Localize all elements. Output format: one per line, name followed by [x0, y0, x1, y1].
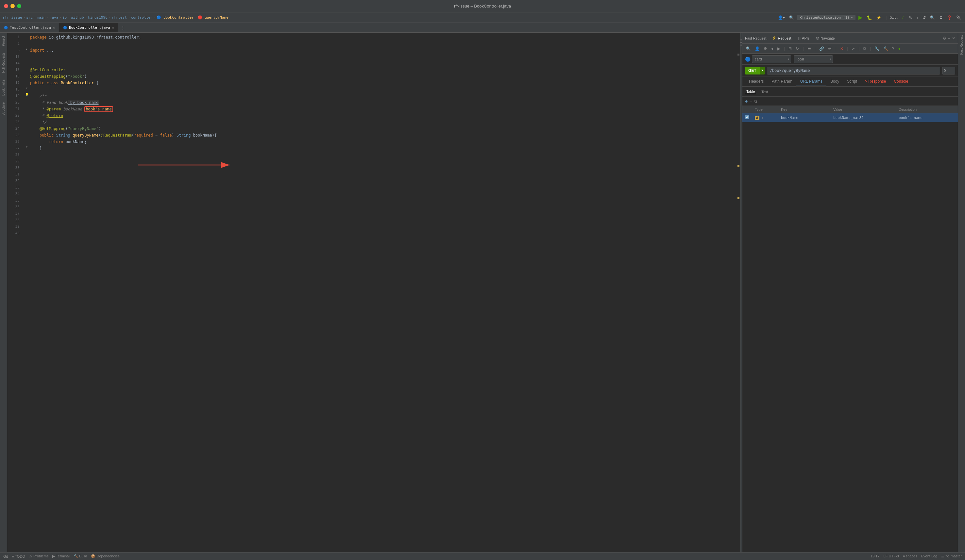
row-checkbox[interactable]: [745, 115, 749, 119]
window-controls[interactable]: [4, 4, 21, 8]
sidebar-structure[interactable]: Structure: [1, 99, 6, 119]
method-dropdown-btn[interactable]: ▾: [760, 67, 765, 75]
fr-layers-icon[interactable]: ⧉: [862, 46, 867, 51]
fr-search-icon[interactable]: 🔍: [745, 46, 752, 51]
param-tab-body[interactable]: Body: [826, 77, 843, 86]
breadcrumb-bookcontroller[interactable]: 🔵 BookController: [157, 15, 193, 20]
param-tab-response[interactable]: > Response: [861, 77, 890, 86]
sidebar-project[interactable]: Project: [1, 33, 6, 49]
fr-share-icon[interactable]: ↗: [851, 46, 856, 51]
fr-tab-apis[interactable]: ||| APIs: [796, 36, 811, 41]
breadcrumb-querybyname[interactable]: 🔴 queryByName: [198, 15, 228, 20]
param-tab-path[interactable]: Path Param: [767, 77, 796, 86]
status-todo[interactable]: ≡ TODO: [12, 554, 25, 558]
param-tab-script[interactable]: Script: [843, 77, 861, 86]
sidebar-bookmarks[interactable]: Bookmarks: [1, 76, 6, 99]
breadcrumb-kings1990[interactable]: kings1990: [88, 15, 108, 20]
tab-bookcontroller[interactable]: 🔵 BookController.java ✕: [59, 23, 118, 33]
param-tab-url[interactable]: URL Params: [797, 77, 826, 86]
breadcrumb-io[interactable]: io: [62, 15, 67, 20]
status-eventlog[interactable]: Event Log: [921, 554, 937, 558]
minimize-button[interactable]: [10, 4, 15, 8]
status-dependencies[interactable]: 📦 Dependencies: [91, 554, 119, 558]
git-arrow-up-btn[interactable]: ↑: [915, 15, 919, 21]
fr-tab-request[interactable]: ⚡ Request: [770, 35, 793, 41]
breadcrumb-main[interactable]: main: [37, 15, 46, 20]
debug-btn[interactable]: 🐛: [865, 15, 873, 21]
fast-request-panel: Fast Request: ⚡ Request ||| APIs ◎ Navig…: [742, 33, 958, 552]
fr-green-icon[interactable]: ●: [897, 46, 901, 51]
run-btn[interactable]: ▶: [857, 14, 864, 21]
fr-tool2-icon[interactable]: 🔨: [882, 46, 889, 51]
help-btn[interactable]: ❓: [946, 15, 953, 21]
param-tab-console[interactable]: Console: [890, 77, 912, 86]
fr-send-icon[interactable]: ▶: [776, 46, 781, 51]
status-git[interactable]: Git: [3, 554, 8, 558]
code-line-17: 17 public class BookController {: [7, 80, 740, 86]
tab-close-book[interactable]: ✕: [112, 26, 114, 29]
method-button[interactable]: GET: [745, 67, 760, 75]
env-select[interactable]: local: [794, 55, 833, 63]
find-btn[interactable]: 🔍: [929, 15, 936, 21]
table-remove-btn[interactable]: –: [749, 99, 752, 104]
undo-btn[interactable]: ↺: [921, 15, 927, 21]
close-button[interactable]: [4, 4, 8, 8]
row-description-cell[interactable]: book's name: [896, 113, 958, 122]
status-terminal-label: Terminal: [56, 554, 70, 558]
row-value-cell[interactable]: bookName_nar82: [831, 113, 896, 122]
fr-circle-icon[interactable]: ●: [770, 46, 774, 51]
plugin-btn[interactable]: 🔌: [955, 15, 962, 21]
breadcrumb-controller[interactable]: controller: [131, 15, 152, 20]
fr-minimize-btn[interactable]: –: [948, 36, 950, 41]
breadcrumb-rfrtest[interactable]: rfrtest: [111, 15, 126, 20]
coverage-btn[interactable]: ⚡: [875, 15, 883, 21]
status-terminal[interactable]: ▶ Terminal: [52, 554, 69, 558]
breadcrumb-java[interactable]: java: [50, 15, 59, 20]
timeout-input[interactable]: [942, 67, 955, 75]
fr-tab-navigate[interactable]: ◎ Navigate: [814, 35, 837, 41]
breadcrumb-root[interactable]: rfr-issue: [3, 15, 22, 20]
run-config[interactable]: RfrIssueApplication (1) ▾: [797, 15, 855, 20]
subtab-table[interactable]: Table: [745, 89, 756, 94]
git-check-btn[interactable]: ✓: [900, 15, 906, 21]
status-position: 19:17: [870, 554, 880, 558]
breadcrumb-src[interactable]: src: [26, 15, 33, 20]
type-dropdown[interactable]: ▾: [762, 116, 764, 119]
fr-grid-icon[interactable]: ⊞: [787, 46, 793, 51]
nav-search-btn[interactable]: 🔍: [788, 15, 795, 21]
fr-settings-btn[interactable]: ⚙: [943, 36, 946, 41]
fr-close-btn[interactable]: ✕: [952, 36, 955, 41]
table-copy-btn[interactable]: ⧉: [754, 99, 757, 104]
status-branch-label: ⌥ master: [945, 554, 962, 558]
fr-tool-icon[interactable]: 🔧: [873, 46, 880, 51]
table-add-btn[interactable]: +: [745, 99, 747, 104]
fr-sidebar-tab[interactable]: Fast Request: [959, 33, 964, 57]
status-problems[interactable]: ⚠ Problems: [29, 554, 49, 558]
col-description-header: Description: [896, 106, 958, 113]
maximize-button[interactable]: [17, 4, 21, 8]
row-key-cell[interactable]: bookName: [779, 113, 831, 122]
tab-more[interactable]: ⋮: [118, 23, 128, 33]
status-build[interactable]: 🔨 Build: [74, 554, 87, 558]
fr-link2-icon[interactable]: ⛓: [827, 46, 833, 51]
fr-info-icon[interactable]: ?: [891, 46, 895, 51]
fr-refresh-icon[interactable]: ↻: [795, 46, 800, 51]
url-input[interactable]: [767, 67, 940, 75]
project-select[interactable]: card: [752, 55, 791, 63]
sidebar-pull-requests[interactable]: Pull Requests: [1, 49, 6, 76]
nav-people-btn[interactable]: 👤▾: [777, 15, 786, 21]
breadcrumb-github[interactable]: github: [71, 15, 84, 20]
fr-table-area: Type Key Value Description A ▾: [743, 106, 958, 552]
fr-stop-icon[interactable]: ✕: [839, 46, 844, 51]
settings-btn[interactable]: ⚙: [938, 15, 944, 21]
fr-link-icon[interactable]: 🔗: [818, 46, 825, 51]
git-pen-btn[interactable]: ✎: [908, 15, 913, 21]
fr-settings2-icon[interactable]: ⚙: [763, 46, 768, 51]
fr-user-icon[interactable]: 👤: [754, 46, 761, 51]
param-tab-headers[interactable]: Headers: [745, 77, 767, 86]
fr-panel-icon[interactable]: ☰: [806, 46, 812, 51]
code-line-29: 29: [7, 158, 740, 165]
tab-testcontroller[interactable]: 🔵 TestController.java ✕: [0, 23, 59, 33]
subtab-text[interactable]: Text: [760, 90, 769, 94]
tab-close-test[interactable]: ✕: [53, 26, 55, 29]
